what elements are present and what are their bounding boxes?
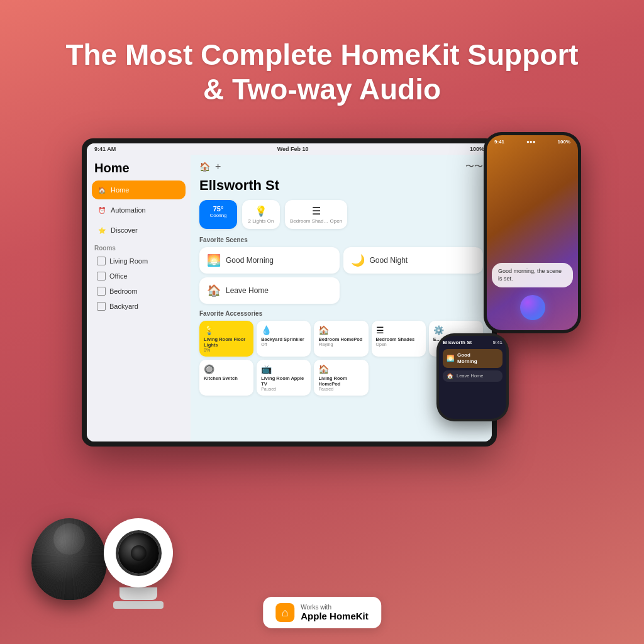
- room-icon: [97, 257, 106, 265]
- iphone-time: 9:41: [494, 139, 504, 145]
- ipad-date: Wed Feb 10: [277, 146, 309, 152]
- lr-homepod-icon: 🏠: [318, 364, 364, 374]
- camera-lens: [118, 533, 159, 574]
- good-morning-label: Good Morning: [226, 256, 274, 265]
- watch-time: 9:41: [492, 340, 502, 345]
- iphone-signal: ●●●: [526, 139, 536, 145]
- ipad-nav-icons: 🏠 +: [199, 161, 221, 172]
- temp-label: Cooling: [204, 213, 232, 218]
- sidebar-room-backyard[interactable]: Backyard: [92, 299, 186, 314]
- automation-icon: ⏰: [97, 205, 107, 215]
- accessory-lights-status: 0%: [204, 348, 249, 352]
- ipad-sidebar: Home 🏠 Home ⏰ Automation ⭐ Discover: [87, 155, 191, 441]
- accessory-tile-sprinkler[interactable]: 💧 Backyard Sprinkler Off: [257, 321, 311, 357]
- scenes-header: Favorite Scenes: [199, 236, 483, 243]
- lights-label: 2 Lights On: [247, 218, 275, 224]
- siri-orb[interactable]: [520, 295, 545, 320]
- accessory-lr-homepod-status: Paused: [318, 387, 364, 391]
- sidebar-room-office[interactable]: Office: [92, 269, 186, 284]
- accessory-homepod-status: Playing: [318, 342, 364, 347]
- ipad-content: Home 🏠 Home ⏰ Automation ⭐ Discover: [87, 155, 492, 441]
- watch-home-icon: 🏠: [447, 373, 453, 379]
- sidebar-room-livingroom[interactable]: Living Room: [92, 253, 186, 269]
- bulb-icon: 💡: [247, 205, 275, 217]
- accessory-tile-kitchen[interactable]: 🔘 Kitchen Switch: [199, 360, 253, 396]
- devices-area: 9:41 AM Wed Feb 10 100% Home 🏠 Home ⏰: [0, 126, 644, 644]
- lights-tile[interactable]: 💡 2 Lights On: [242, 200, 280, 229]
- accessories-header: Favorite Accessories: [199, 310, 483, 317]
- ipad-main-header: 🏠 + 〜〜: [199, 161, 483, 172]
- waveform-icon: 〜〜: [465, 161, 483, 172]
- camera-lens-inner: [131, 545, 147, 561]
- home-icon: 🏠: [97, 185, 107, 195]
- camera-stand: [113, 601, 164, 609]
- accessory-tile-homepod[interactable]: 🏠 Bedroom HomePod Playing: [314, 321, 368, 357]
- scene-good-night[interactable]: 🌙 Good Night: [343, 247, 484, 274]
- house-nav-icon[interactable]: 🏠: [199, 162, 210, 172]
- accessory-sprinkler-status: Off: [261, 342, 306, 347]
- good-night-label: Good Night: [370, 256, 408, 265]
- shades-tile[interactable]: ☰ Bedroom Shad… Open: [285, 200, 347, 229]
- add-icon[interactable]: +: [215, 161, 221, 172]
- accessory-tile-shades[interactable]: ☰ Bedroom Shades Open: [372, 321, 426, 357]
- sidebar-item-discover[interactable]: ⭐ Discover: [92, 221, 186, 240]
- main-container: The Most Complete HomeKit Support & Two-…: [0, 0, 644, 644]
- floor-lamp-icon: 💡: [204, 325, 249, 335]
- sidebar-room-bedroom[interactable]: Bedroom: [92, 284, 186, 299]
- watch-screen: Ellsworth St 9:41 🌅 GoodMorning 🏠 Leave …: [439, 336, 506, 419]
- watch-morning-text: GoodMorning: [457, 352, 477, 364]
- sunrise-icon: 🌅: [207, 253, 221, 267]
- room-icon: [97, 272, 106, 280]
- homekit-text: Works with Apple HomeKit: [301, 604, 369, 621]
- watch-leave-text: Leave Home: [457, 373, 484, 379]
- homekit-works-with: Works with: [301, 604, 369, 611]
- ipad-screen: 9:41 AM Wed Feb 10 100% Home 🏠 Home ⏰: [87, 143, 492, 441]
- accessory-appletv-name: Living Room Apple TV: [261, 375, 306, 387]
- homepod-top: [53, 523, 85, 555]
- shades-icon: ☰: [376, 325, 421, 335]
- leave-home-icon: 🏠: [207, 284, 221, 297]
- iphone-status-bar: 9:41 ●●● 100%: [487, 135, 578, 146]
- siri-text: Good morning, the scene is set.: [498, 268, 562, 282]
- accessory-tile-lr-homepod[interactable]: 🏠 Living Room HomePod Paused: [314, 360, 368, 396]
- discover-icon: ⭐: [97, 225, 107, 235]
- camera-base: [119, 587, 157, 600]
- room-icon: [97, 302, 106, 311]
- homepod-body: [31, 518, 107, 600]
- accessory-shades-name: Bedroom Shades: [376, 336, 421, 342]
- shades-label: Bedroom Shad… Open: [290, 218, 342, 224]
- iphone-battery: 100%: [558, 139, 570, 145]
- ipad-status-bar: 9:41 AM Wed Feb 10 100%: [87, 143, 492, 155]
- watch-header: Ellsworth St 9:41: [443, 340, 502, 345]
- headline-section: The Most Complete HomeKit Support & Two-…: [65, 0, 578, 126]
- sidebar-item-automation[interactable]: ⏰ Automation: [92, 201, 186, 219]
- scene-good-morning[interactable]: 🌅 Good Morning: [199, 247, 340, 274]
- ipad-battery: 100%: [470, 146, 484, 152]
- accessory-tile-lights[interactable]: 💡 Living Room Floor Lights 0%: [199, 321, 253, 357]
- temp-value: 75°: [204, 205, 232, 213]
- accessory-sprinkler-name: Backyard Sprinkler: [261, 336, 306, 342]
- scenes-grid: 🌅 Good Morning 🌙 Good Night 🏠 Leave Home: [199, 247, 483, 304]
- temperature-tile[interactable]: 75° Cooling: [199, 200, 237, 229]
- watch-sunrise-icon: 🌅: [447, 355, 454, 362]
- shade-icon: ☰: [290, 205, 342, 217]
- watch-location: Ellsworth St: [443, 340, 472, 345]
- watch-leave-home[interactable]: 🏠 Leave Home: [443, 370, 502, 382]
- location-name: Ellsworth St: [199, 177, 483, 194]
- watch-scene-good-morning[interactable]: 🌅 GoodMorning: [443, 349, 502, 367]
- accessory-tile-appletv[interactable]: 📺 Living Room Apple TV Paused: [257, 360, 311, 396]
- sidebar-discover-label: Discover: [111, 226, 138, 234]
- accessory-shades-status: Open: [376, 342, 421, 347]
- accessory-lights-name: Living Room Floor Lights: [204, 336, 249, 348]
- camera-body: [104, 518, 173, 587]
- accessory-appletv-status: Paused: [261, 387, 306, 391]
- iphone-device: 9:41 ●●● 100% Good morning, the scene is…: [484, 132, 581, 333]
- scene-leave-home[interactable]: 🏠 Leave Home: [199, 277, 340, 304]
- apple-watch-device: Ellsworth St 9:41 🌅 GoodMorning 🏠 Leave …: [436, 333, 509, 421]
- accessory-lr-homepod-name: Living Room HomePod: [318, 375, 364, 387]
- iphone-screen: 9:41 ●●● 100% Good morning, the scene is…: [487, 135, 578, 330]
- sidebar-item-home[interactable]: 🏠 Home: [92, 180, 186, 199]
- moon-icon: 🌙: [351, 253, 365, 267]
- homekit-name: Apple HomeKit: [301, 611, 369, 621]
- siri-response-bubble: Good morning, the scene is set.: [492, 263, 573, 287]
